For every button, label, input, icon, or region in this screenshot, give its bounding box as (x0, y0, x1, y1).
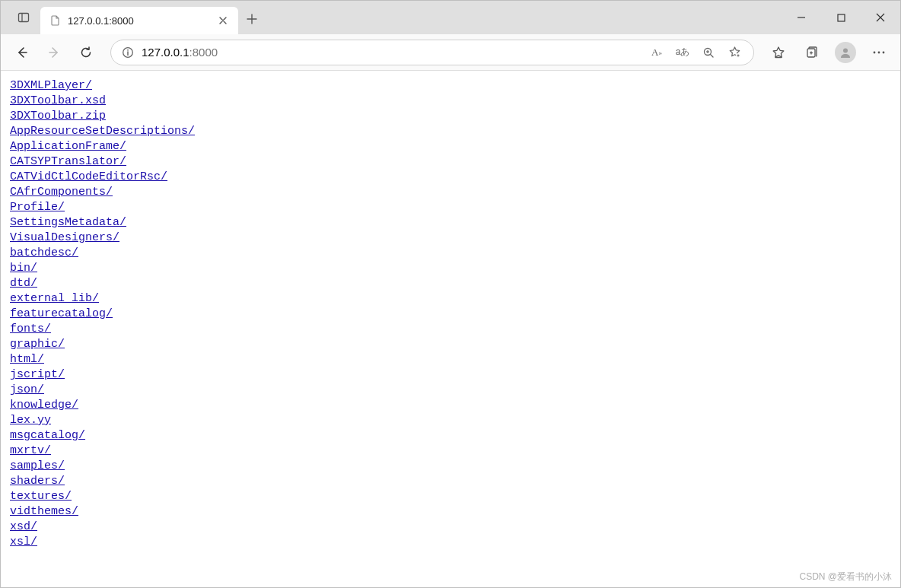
directory-link[interactable]: html/ (10, 353, 44, 366)
svg-point-20 (843, 48, 848, 52)
list-item: batchdesc/ (10, 246, 891, 261)
directory-link[interactable]: 3DXMLPlayer/ (10, 79, 92, 92)
svg-point-21 (874, 51, 876, 53)
directory-link[interactable]: CATVidCtlCodeEditorRsc/ (10, 170, 167, 183)
url-text: 127.0.0.1:8000 (142, 46, 218, 59)
directory-link[interactable]: jscript/ (10, 368, 65, 381)
list-item: lex.yy (10, 413, 891, 428)
svg-rect-3 (838, 14, 845, 21)
address-bar[interactable]: 127.0.0.1:8000 A» aあ (110, 40, 754, 65)
list-item: xsl/ (10, 535, 891, 550)
list-item: jscript/ (10, 367, 891, 383)
directory-link[interactable]: AppResourceSetDescriptions/ (10, 125, 195, 138)
list-item: 3DXToolbar.zip (10, 109, 891, 124)
list-item: CATVidCtlCodeEditorRsc/ (10, 170, 891, 185)
directory-link[interactable]: shaders/ (10, 475, 65, 488)
list-item: featurecatalog/ (10, 307, 891, 322)
directory-link[interactable]: mxrtv/ (10, 444, 51, 457)
tab-close-button[interactable] (215, 13, 231, 28)
svg-point-22 (878, 51, 880, 53)
tab-strip: 127.0.0.1:8000 (1, 1, 266, 34)
address-bar-actions: A» aあ (648, 44, 743, 61)
list-item: AppResourceSetDescriptions/ (10, 124, 891, 139)
directory-link[interactable]: batchdesc/ (10, 246, 78, 259)
read-aloud-icon[interactable]: A» (648, 44, 665, 61)
list-item: shaders/ (10, 474, 891, 489)
list-item: Profile/ (10, 200, 891, 215)
svg-rect-0 (19, 14, 29, 22)
directory-link[interactable]: bin/ (10, 262, 37, 275)
directory-link[interactable]: graphic/ (10, 338, 65, 351)
refresh-button[interactable] (71, 37, 101, 68)
zoom-icon[interactable] (700, 44, 717, 61)
maximize-button[interactable] (821, 1, 861, 34)
list-item: vidthemes/ (10, 504, 891, 520)
favorites-button[interactable] (763, 37, 794, 68)
url-host: 127.0.0.1 (142, 46, 189, 59)
svg-line-10 (711, 54, 714, 57)
close-window-button[interactable] (861, 1, 900, 34)
directory-link[interactable]: samples/ (10, 459, 65, 472)
list-item: json/ (10, 383, 891, 398)
directory-link[interactable]: lex.yy (10, 414, 51, 427)
directory-link[interactable]: ApplicationFrame/ (10, 140, 126, 153)
list-item: samples/ (10, 459, 891, 474)
directory-link[interactable]: vidthemes/ (10, 505, 78, 518)
profile-button[interactable] (830, 37, 861, 68)
directory-link[interactable]: xsl/ (10, 536, 37, 548)
menu-button[interactable] (864, 37, 894, 68)
directory-link[interactable]: CAfrComponents/ (10, 186, 113, 199)
svg-point-8 (127, 49, 129, 50)
directory-link[interactable]: textures/ (10, 490, 72, 503)
directory-link[interactable]: msgcatalog/ (10, 429, 85, 442)
list-item: graphic/ (10, 337, 891, 352)
site-info-icon[interactable] (122, 46, 134, 59)
minimize-button[interactable] (782, 1, 821, 34)
watermark-text: CSDN @爱看书的小沐 (799, 571, 892, 583)
svg-point-23 (883, 51, 885, 53)
list-item: textures/ (10, 489, 891, 504)
directory-link[interactable]: xsd/ (10, 520, 37, 533)
directory-link[interactable]: knowledge/ (10, 399, 78, 412)
directory-link[interactable]: Profile/ (10, 201, 65, 214)
forward-button[interactable] (39, 37, 69, 68)
list-item: CAfrComponents/ (10, 185, 891, 200)
titlebar: 127.0.0.1:8000 (1, 1, 900, 34)
list-item: bin/ (10, 261, 891, 276)
tab-actions-icon[interactable] (7, 1, 40, 34)
directory-link[interactable]: CATSYPTranslator/ (10, 155, 126, 168)
toolbar-right (763, 37, 894, 68)
page-favicon-icon (49, 14, 62, 27)
list-item: 3DXMLPlayer/ (10, 78, 891, 94)
collections-button[interactable] (797, 37, 827, 68)
window-controls (782, 1, 900, 34)
list-item: external_lib/ (10, 291, 891, 307)
list-item: mxrtv/ (10, 443, 891, 459)
directory-link[interactable]: 3DXToolbar.xsd (10, 94, 106, 107)
directory-link[interactable]: dtd/ (10, 277, 37, 290)
list-item: VisualDesigners/ (10, 230, 891, 246)
directory-link[interactable]: VisualDesigners/ (10, 231, 119, 244)
list-item: SettingsMetadata/ (10, 215, 891, 230)
url-port: :8000 (189, 46, 218, 59)
list-item: dtd/ (10, 276, 891, 291)
list-item: ApplicationFrame/ (10, 139, 891, 154)
directory-link[interactable]: json/ (10, 383, 44, 396)
directory-listing: 3DXMLPlayer/3DXToolbar.xsd3DXToolbar.zip… (10, 78, 891, 550)
avatar-icon (835, 42, 856, 63)
list-item: xsd/ (10, 520, 891, 535)
translate-icon[interactable]: aあ (674, 44, 691, 61)
browser-tab-active[interactable]: 127.0.0.1:8000 (40, 7, 238, 34)
list-item: msgcatalog/ (10, 428, 891, 443)
toolbar: 127.0.0.1:8000 A» aあ (1, 34, 900, 71)
directory-link[interactable]: external_lib/ (10, 292, 99, 305)
directory-link[interactable]: featurecatalog/ (10, 307, 113, 320)
directory-link[interactable]: SettingsMetadata/ (10, 216, 126, 229)
add-favorite-icon[interactable] (726, 44, 743, 61)
list-item: html/ (10, 352, 891, 367)
directory-link[interactable]: fonts/ (10, 323, 51, 335)
directory-link[interactable]: 3DXToolbar.zip (10, 110, 106, 122)
list-item: knowledge/ (10, 398, 891, 413)
new-tab-button[interactable] (238, 5, 266, 33)
back-button[interactable] (7, 37, 37, 68)
